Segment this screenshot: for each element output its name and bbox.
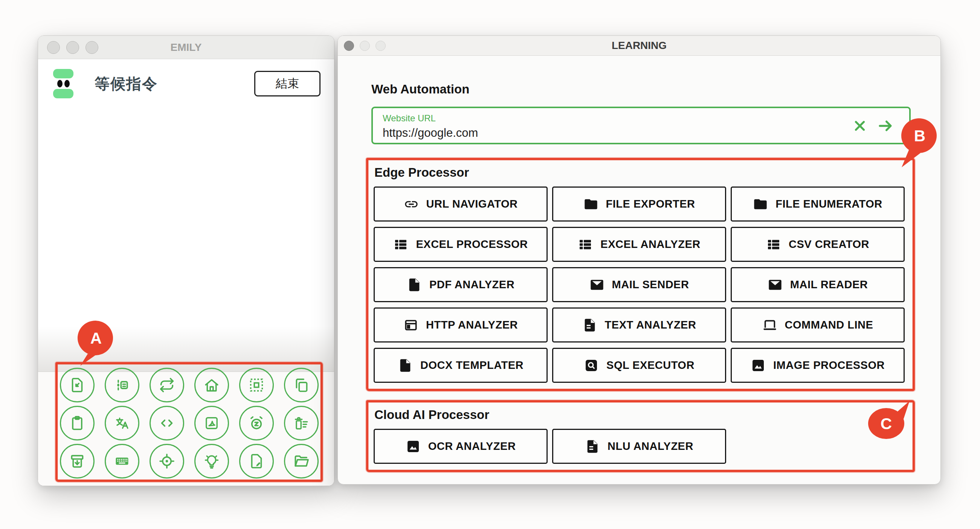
tool-button-http-analyzer[interactable]: HTTP ANALYZER — [374, 308, 547, 343]
laptop-icon — [762, 318, 777, 333]
clear-x-icon[interactable] — [852, 118, 868, 134]
emily-content: 等候指令 結束 A — [38, 59, 334, 486]
table-icon — [393, 237, 408, 252]
palette-item[interactable] — [239, 368, 274, 402]
select-all-icon — [248, 376, 265, 394]
copy-icon — [293, 376, 310, 394]
emily-window: EMILY 等候指令 結束 — [38, 35, 334, 486]
list-detail-icon — [113, 376, 131, 394]
edge-processor-heading: Edge Processor — [374, 166, 907, 180]
pdf-icon — [203, 414, 220, 432]
translate-icon — [113, 414, 131, 432]
svg-text:B: B — [914, 127, 925, 145]
document-icon — [398, 358, 413, 373]
palette-item[interactable] — [105, 368, 139, 402]
web-automation-heading: Web Automation — [371, 82, 940, 96]
cloud-ai-processor-heading: Cloud AI Processor — [374, 408, 907, 422]
image-icon — [751, 358, 766, 373]
home-icon — [203, 376, 220, 394]
folder-icon — [753, 197, 768, 212]
tool-button-url-navigator[interactable]: URL NAVIGATOR — [374, 186, 547, 221]
palette-item[interactable] — [150, 444, 184, 478]
mail-icon — [768, 277, 783, 292]
mail-icon — [589, 277, 605, 292]
palette-item[interactable] — [60, 368, 94, 402]
close-icon[interactable] — [47, 41, 60, 54]
palette-item[interactable] — [194, 444, 229, 478]
annotation-box-c: Cloud AI Processor OCR ANALYZER NLU ANAL… — [366, 400, 915, 472]
snooze-alarm-icon — [248, 414, 265, 432]
url-field-label: Website URL — [383, 113, 899, 124]
tool-button-pdf-analyzer[interactable]: PDF ANALYZER — [374, 267, 547, 302]
cloud-ai-grid: OCR ANALYZER NLU ANALYZER — [374, 429, 907, 464]
file-import-icon — [68, 376, 86, 394]
learning-titlebar: LEARNING — [338, 36, 940, 56]
crosshair-icon — [158, 453, 175, 470]
learning-window: LEARNING Web Automation Website URL http… — [337, 35, 941, 484]
emily-titlebar: EMILY — [38, 36, 334, 59]
end-button[interactable]: 結束 — [254, 71, 320, 96]
window-title: LEARNING — [338, 40, 940, 52]
palette-item[interactable] — [239, 444, 274, 478]
tool-button-nlu-analyzer[interactable]: NLU ANALYZER — [552, 429, 726, 464]
folder-icon — [584, 197, 598, 212]
tool-button-csv-creator[interactable]: CSV CREATOR — [731, 227, 905, 262]
tool-button-excel-analyzer[interactable]: EXCEL ANALYZER — [552, 227, 726, 262]
folder-open-icon — [293, 453, 310, 470]
palette-item[interactable] — [150, 368, 184, 402]
tool-button-sql-executor[interactable]: SQL EXECUTOR — [552, 348, 726, 383]
repeat-icon — [158, 376, 175, 394]
palette-item[interactable] — [194, 368, 229, 402]
tool-button-file-exporter[interactable]: FILE EXPORTER — [552, 186, 726, 221]
palette-item[interactable] — [60, 406, 94, 440]
document-lines-icon — [585, 439, 600, 454]
keyboard-icon — [113, 453, 131, 470]
lightbulb-icon — [203, 453, 220, 470]
palette-item[interactable] — [60, 444, 94, 478]
tool-button-text-analyzer[interactable]: TEXT ANALYZER — [552, 308, 726, 343]
table-icon — [766, 237, 781, 252]
search-box-icon — [584, 358, 599, 373]
palette-item[interactable] — [284, 368, 319, 402]
zoom-icon[interactable] — [375, 41, 386, 51]
code-icon — [158, 414, 175, 432]
minimize-icon[interactable] — [360, 41, 370, 51]
edit-document-icon — [248, 453, 265, 470]
url-field-value[interactable]: https://google.com — [383, 126, 899, 140]
tool-button-mail-reader[interactable]: MAIL READER — [731, 267, 905, 302]
emily-logo-icon — [53, 69, 73, 98]
palette-item[interactable] — [150, 406, 184, 440]
tool-button-docx-templater[interactable]: DOCX TEMPLATER — [374, 348, 547, 383]
table-icon — [578, 237, 593, 252]
palette-item[interactable] — [105, 444, 139, 478]
archive-icon — [68, 453, 86, 470]
tool-button-file-enumerator[interactable]: FILE ENUMERATOR — [731, 186, 905, 221]
arrow-right-icon[interactable] — [878, 118, 893, 134]
minimize-icon[interactable] — [66, 41, 79, 54]
clipboard-icon — [68, 414, 86, 432]
tool-button-command-line[interactable]: COMMAND LINE — [731, 308, 905, 343]
image-icon — [406, 439, 421, 454]
tool-button-excel-processor[interactable]: EXCEL PROCESSOR — [374, 227, 547, 262]
website-url-input[interactable]: Website URL https://google.com — [371, 107, 911, 144]
palette-item[interactable] — [284, 444, 319, 478]
delete-sweep-icon — [293, 414, 310, 432]
document-icon — [407, 277, 422, 292]
document-lines-icon — [582, 318, 597, 333]
palette-item[interactable] — [284, 406, 319, 440]
link-icon — [404, 197, 419, 212]
annotation-box-b: Edge Processor URL NAVIGATOR FILE EXPORT… — [366, 158, 915, 391]
browser-window-icon — [403, 318, 418, 333]
palette-item[interactable] — [105, 406, 139, 440]
tool-button-image-processor[interactable]: IMAGE PROCESSOR — [731, 348, 905, 383]
zoom-icon[interactable] — [86, 41, 98, 54]
tool-button-ocr-analyzer[interactable]: OCR ANALYZER — [374, 429, 547, 464]
palette-item[interactable] — [239, 406, 274, 440]
edge-processor-grid: URL NAVIGATOR FILE EXPORTER FILE ENUMERA… — [374, 186, 907, 383]
palette-item[interactable] — [194, 406, 229, 440]
close-icon[interactable] — [344, 41, 354, 51]
annotation-box-a — [56, 362, 323, 482]
status-text: 等候指令 — [94, 73, 158, 94]
learning-content: Web Automation Website URL https://googl… — [338, 56, 940, 484]
tool-button-mail-sender[interactable]: MAIL SENDER — [552, 267, 726, 302]
